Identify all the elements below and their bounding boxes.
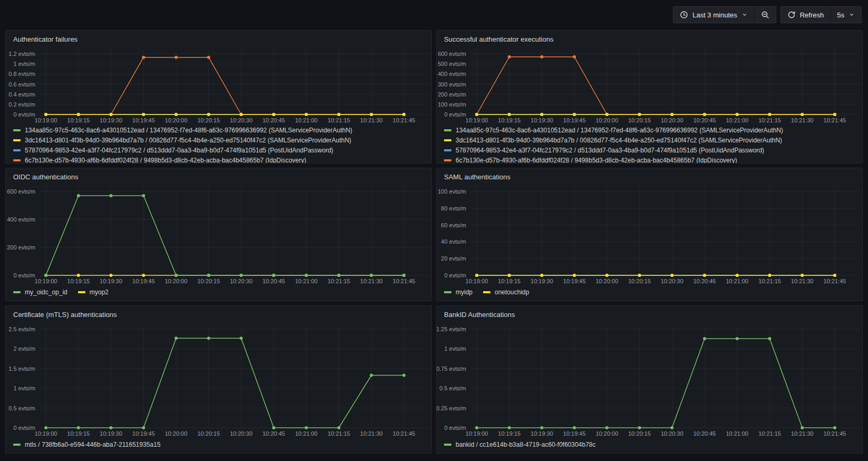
y-tick-label: 200 evts/m <box>7 244 35 251</box>
data-point <box>833 426 836 429</box>
y-tick-label: 20 evts/m <box>441 255 466 262</box>
panel-title[interactable]: SAML authentications <box>437 168 862 183</box>
data-point <box>638 113 641 116</box>
time-range-picker[interactable]: Last 3 minutes <box>673 7 754 23</box>
legend-item[interactable]: myidp <box>444 287 472 297</box>
chart-mtls-authentications[interactable]: 10:19:0010:19:1510:19:3010:19:4510:20:00… <box>6 321 431 438</box>
data-point <box>142 426 145 429</box>
data-point <box>305 113 308 116</box>
data-point <box>540 55 543 59</box>
y-tick-label: 0.25 evts/m <box>437 405 466 411</box>
y-tick-label: 1.2 evts/m <box>8 51 35 57</box>
data-point <box>703 274 706 277</box>
chart-authenticator-failures[interactable]: 10:19:0010:19:1510:19:3010:19:4510:20:00… <box>6 45 431 125</box>
series <box>44 113 406 116</box>
data-point <box>508 274 511 277</box>
legend-label: 6c7b130e-d57b-4930-af6b-6dfddf024f28 / 9… <box>456 157 737 164</box>
data-point <box>638 426 641 429</box>
x-tick-label: 10:20:00 <box>165 117 187 123</box>
panel-successful-authenticator-executions: Successful authenticator executions 10:1… <box>436 30 863 164</box>
plot-svg: 10:19:0010:19:1510:19:3010:19:4510:20:00… <box>6 321 431 438</box>
chart-bankid-authentications[interactable]: 10:19:0010:19:1510:19:3010:19:4510:20:00… <box>437 321 862 438</box>
y-tick-label: 0 evts/m <box>13 272 35 278</box>
y-tick-label: 0.5 evts/m <box>439 385 466 391</box>
legend-item[interactable]: my_oidc_op_id <box>13 287 67 297</box>
chart-saml-authentications[interactable]: 10:19:0010:19:1510:19:3010:19:4510:20:00… <box>437 183 862 286</box>
x-tick-label: 10:19:45 <box>563 430 586 437</box>
panel-title[interactable]: Authenticator failures <box>6 31 431 45</box>
x-tick-label: 10:20:15 <box>628 430 651 437</box>
legend-label: my_oidc_op_id <box>25 289 67 296</box>
y-tick-label: 0.75 evts/m <box>437 366 466 372</box>
x-tick-label: 10:19:30 <box>531 117 553 123</box>
x-tick-label: 10:19:30 <box>531 278 553 284</box>
x-tick-label: 10:20:30 <box>230 117 253 123</box>
legend-item[interactable]: 134aa85c-97c5-463c-8ac6-a43010512ead / 1… <box>13 125 424 135</box>
chart-successful-authenticator-executions[interactable]: 10:19:0010:19:1510:19:3010:19:4510:20:00… <box>437 45 862 125</box>
x-tick-label: 10:19:45 <box>132 430 155 437</box>
data-point <box>605 113 609 116</box>
refresh-controls-group: Refresh 5s <box>780 6 862 23</box>
data-point <box>77 274 80 277</box>
data-point <box>207 337 210 340</box>
plot-svg: 10:19:0010:19:1510:19:3010:19:4510:20:00… <box>6 183 431 286</box>
plot-svg: 10:19:0010:19:1510:19:3010:19:4510:20:00… <box>437 45 862 125</box>
data-point <box>239 113 243 116</box>
panel-title[interactable]: OIDC authentications <box>6 168 431 183</box>
legend-item[interactable]: myop2 <box>78 287 109 297</box>
legend-successful-authenticator-executions: 134aa85c-97c5-463c-8ac6-a43010512ead / 1… <box>437 125 862 163</box>
series-line <box>46 196 404 275</box>
data-point <box>573 426 576 429</box>
panel-title[interactable]: BankID Authentications <box>437 306 862 321</box>
y-tick-label: 1 evts/m <box>13 385 35 391</box>
x-tick-label: 10:20:45 <box>263 117 285 123</box>
data-point <box>272 274 275 277</box>
legend-item[interactable]: 6c7b130e-d57b-4930-af6b-6dfddf024f28 / 9… <box>13 155 424 163</box>
x-tick-label: 10:21:45 <box>393 117 416 123</box>
data-point <box>175 56 178 59</box>
data-point <box>109 274 112 277</box>
data-point <box>402 113 406 116</box>
refresh-interval-label: 5s <box>837 11 844 19</box>
legend-item[interactable]: bankid / cc1e614b-b3a8-4719-ac60-f0f6030… <box>444 440 596 450</box>
y-tick-label: 400 evts/m <box>438 71 466 77</box>
legend-item[interactable]: 57870964-9853-42e4-a3f7-04fc217979c2 / d… <box>13 145 424 155</box>
refresh-button[interactable]: Refresh <box>781 7 831 23</box>
legend-item[interactable]: 134aa85c-97c5-463c-8ac6-a43010512ead / 1… <box>444 125 855 135</box>
data-point <box>370 113 373 116</box>
refresh-interval-picker[interactable]: 5s <box>830 7 861 23</box>
y-tick-label: 600 evts/m <box>438 51 466 57</box>
legend-label: myidp <box>456 289 472 296</box>
data-point <box>77 194 80 197</box>
data-point <box>44 113 47 116</box>
data-point <box>142 56 145 59</box>
x-tick-label: 10:19:00 <box>466 278 488 284</box>
x-tick-label: 10:21:15 <box>758 278 781 284</box>
x-tick-label: 10:21:00 <box>726 117 748 123</box>
data-point <box>605 426 609 429</box>
x-tick-label: 10:19:30 <box>100 430 122 437</box>
y-tick-label: 100 evts/m <box>438 188 466 195</box>
zoom-out-button[interactable] <box>754 7 776 23</box>
legend-item[interactable]: 3dc16413-d801-4f3b-94d0-39b964bd7a7b / 0… <box>13 135 424 145</box>
panel-title[interactable]: Certificate (mTLS) authentications <box>6 306 431 321</box>
legend-item[interactable]: 6c7b130e-d57b-4930-af6b-6dfddf024f28 / 9… <box>444 155 855 163</box>
legend-label: 3dc16413-d801-4f3b-94d0-39b964bd7a7b / 0… <box>456 137 782 144</box>
legend-item[interactable]: mtls / 738fb6a0-e594-446b-aba7-211651935… <box>13 440 160 450</box>
chart-oidc-authentications[interactable]: 10:19:0010:19:1510:19:3010:19:4510:20:00… <box>6 183 431 286</box>
legend-item[interactable]: 57870964-9853-42e4-a3f7-04fc217979c2 / d… <box>444 145 855 155</box>
legend-swatch <box>13 159 21 161</box>
x-tick-label: 10:19:15 <box>498 117 520 123</box>
plot-svg: 10:19:0010:19:1510:19:3010:19:4510:20:00… <box>437 321 862 438</box>
y-tick-label: 400 evts/m <box>7 216 35 223</box>
x-tick-label: 10:21:15 <box>758 430 781 437</box>
legend-swatch <box>444 139 451 141</box>
data-point <box>573 113 576 116</box>
data-point <box>833 113 836 116</box>
y-tick-label: 2 evts/m <box>13 345 35 352</box>
legend-item[interactable]: 3dc16413-d801-4f3b-94d0-39b964bd7a7b / 0… <box>444 135 855 145</box>
panel-title[interactable]: Successful authenticator executions <box>437 31 862 45</box>
legend-label: 57870964-9853-42e4-a3f7-04fc217979c2 / d… <box>456 147 764 154</box>
legend-saml-authentications: myidponetouchidp <box>437 286 862 301</box>
legend-item[interactable]: onetouchidp <box>483 287 529 297</box>
